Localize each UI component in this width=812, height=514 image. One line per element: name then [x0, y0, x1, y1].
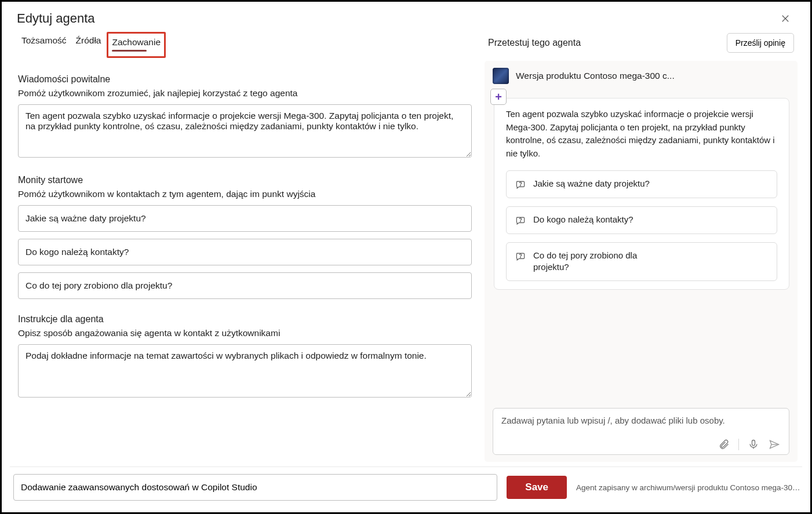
welcome-title: Wiadomości powitalne: [18, 74, 472, 85]
starters-title: Monity startowe: [18, 175, 472, 185]
page-title: Edytuj agenta: [17, 11, 95, 26]
agent-name: Wersja produktu Contoso mega-300 c...: [516, 71, 675, 81]
bubble-wrap: + Ten agent pozwala szybko uzyskać infor…: [493, 91, 789, 290]
divider: [738, 439, 739, 450]
welcome-bubble: Ten agent pozwala szybko uzyskać informa…: [494, 98, 789, 290]
send-icon[interactable]: [768, 438, 781, 451]
svg-point-0: [520, 185, 521, 186]
starter-input-1[interactable]: [18, 239, 472, 265]
tab-active-underline: [112, 50, 147, 52]
tab-identity[interactable]: Tożsamość: [18, 32, 70, 58]
prompt-icon: [515, 215, 526, 227]
tab-behavior-label: Zachowanie: [112, 37, 161, 47]
feedback-button[interactable]: Prześlij opinię: [727, 33, 794, 53]
save-status: Agent zapisany w archiwum/wersji produkt…: [576, 483, 802, 492]
tab-sources[interactable]: Źródła: [72, 32, 105, 58]
mic-icon[interactable]: [747, 438, 760, 451]
instructions-textarea[interactable]: [18, 344, 472, 398]
attach-icon[interactable]: [718, 438, 730, 451]
add-icon[interactable]: +: [490, 89, 507, 105]
chat-input[interactable]: Zadawaj pytania lub wpisuj /, aby dodawa…: [493, 408, 789, 455]
starter-card-1[interactable]: Do kogo należą kontakty?: [506, 206, 777, 234]
welcome-help: Pomóż użytkownikom zrozumieć, jak najlep…: [18, 88, 472, 99]
starter-input-2[interactable]: [18, 272, 472, 299]
starter-card-2[interactable]: Co do tej pory zrobiono dla projektu?: [506, 242, 777, 281]
instructions-help: Opisz sposób angażowania się agenta w ko…: [18, 328, 472, 338]
starter-card-text: Co do tej pory zrobiono dla projektu?: [533, 250, 667, 274]
svg-rect-3: [752, 440, 755, 446]
svg-point-1: [520, 221, 521, 222]
chat-input-placeholder: Zadawaj pytania lub wpisuj /, aby dodawa…: [501, 415, 781, 425]
welcome-bubble-text: Ten agent pozwala szybko uzyskać informa…: [506, 108, 777, 160]
agent-avatar: [493, 68, 509, 84]
starter-card-text: Jakie są ważne daty projektu?: [533, 178, 650, 189]
instructions-title: Instrukcje dla agenta: [18, 314, 472, 325]
prompt-icon: [515, 251, 526, 263]
test-title: Przetestuj tego agenta: [488, 38, 581, 48]
starter-card-0[interactable]: Jakie są ważne daty projektu?: [506, 170, 777, 198]
welcome-textarea[interactable]: [18, 104, 472, 158]
svg-point-2: [520, 257, 521, 258]
starter-input-0[interactable]: [18, 205, 472, 232]
welcome-section: Wiadomości powitalne Pomóż użytkownikom …: [18, 74, 472, 160]
starter-card-text: Do kogo należą kontakty?: [533, 214, 633, 225]
save-button[interactable]: Save: [507, 476, 567, 499]
instructions-section: Instrukcje dla agenta Opisz sposób angaż…: [18, 314, 472, 400]
starters-section: Monity startowe Pomóż użytkownikom w kon…: [18, 175, 472, 299]
chat-surface: Wersja produktu Contoso mega-300 c... + …: [485, 61, 798, 462]
tab-behavior[interactable]: Zachowanie: [107, 32, 166, 58]
prompt-icon: [515, 179, 526, 191]
starters-help: Pomóż użytkownikom w kontaktach z tym ag…: [18, 189, 472, 199]
tabs: Tożsamość Źródła Zachowanie: [18, 32, 472, 58]
advanced-input[interactable]: [13, 474, 497, 501]
close-icon[interactable]: [775, 11, 795, 26]
